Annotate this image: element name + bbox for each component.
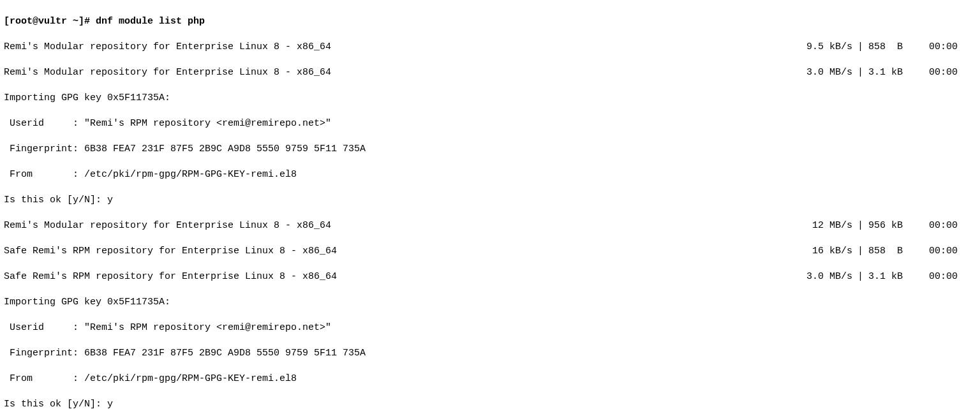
download-time: 00:00 (913, 66, 958, 79)
terminal-output: [root@vultr ~]# dnf module list php Remi… (0, 0, 980, 416)
download-line: Remi's Modular repository for Enterprise… (4, 41, 976, 54)
gpg-fingerprint: Fingerprint: 6B38 FEA7 231F 87F5 2B9C A9… (4, 347, 976, 360)
download-speed: 12 MB/s (789, 219, 852, 232)
download-speed: 3.0 MB/s (789, 66, 852, 79)
gpg-header: Importing GPG key 0x5F11735A: (4, 92, 976, 105)
gpg-confirm[interactable]: Is this ok [y/N]: y (4, 398, 976, 411)
download-text: Safe Remi's RPM repository for Enterpris… (4, 271, 789, 283)
download-text: Remi's Modular repository for Enterprise… (4, 219, 789, 232)
gpg-from: From : /etc/pki/rpm-gpg/RPM-GPG-KEY-remi… (4, 373, 976, 385)
download-size: 858 B (868, 245, 913, 258)
download-time: 00:00 (913, 41, 958, 54)
download-time: 00:00 (913, 219, 958, 232)
pipe-separator: | (852, 245, 868, 258)
gpg-from: From : /etc/pki/rpm-gpg/RPM-GPG-KEY-remi… (4, 168, 976, 181)
download-time: 00:00 (913, 271, 958, 283)
download-size: 3.1 kB (868, 66, 913, 79)
download-speed: 16 kB/s (789, 245, 852, 258)
download-text: Remi's Modular repository for Enterprise… (4, 66, 789, 79)
download-line: Remi's Modular repository for Enterprise… (4, 219, 976, 232)
shell-prompt: [root@vultr ~]# dnf module list php (4, 15, 976, 28)
pipe-separator: | (852, 271, 868, 283)
download-line: Remi's Modular repository for Enterprise… (4, 66, 976, 79)
download-size: 858 B (868, 41, 913, 54)
gpg-header: Importing GPG key 0x5F11735A: (4, 296, 976, 309)
download-speed: 9.5 kB/s (789, 41, 852, 54)
gpg-confirm[interactable]: Is this ok [y/N]: y (4, 194, 976, 207)
download-size: 3.1 kB (868, 271, 913, 283)
download-text: Safe Remi's RPM repository for Enterpris… (4, 245, 789, 258)
download-line: Safe Remi's RPM repository for Enterpris… (4, 245, 976, 258)
download-line: Safe Remi's RPM repository for Enterpris… (4, 271, 976, 283)
pipe-separator: | (852, 219, 868, 232)
gpg-userid: Userid : "Remi's RPM repository <remi@re… (4, 117, 976, 130)
download-speed: 3.0 MB/s (789, 271, 852, 283)
download-size: 956 kB (868, 219, 913, 232)
download-text: Remi's Modular repository for Enterprise… (4, 41, 789, 54)
download-time: 00:00 (913, 245, 958, 258)
pipe-separator: | (852, 41, 868, 54)
gpg-fingerprint: Fingerprint: 6B38 FEA7 231F 87F5 2B9C A9… (4, 143, 976, 156)
pipe-separator: | (852, 66, 868, 79)
gpg-userid: Userid : "Remi's RPM repository <remi@re… (4, 322, 976, 334)
